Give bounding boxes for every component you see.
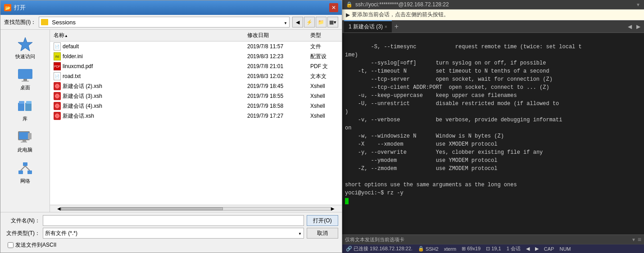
table-row[interactable]: INI folder.ini 2019/8/3 12:23 配置设 [50, 51, 342, 61]
column-header-date[interactable]: 修改日期 [245, 31, 308, 40]
address-dropdown-arrow-icon[interactable]: ▼ [636, 2, 640, 7]
file-name-text: linuxcmd.pdf [63, 63, 93, 69]
view-toggle-button[interactable]: ▦▾ [327, 17, 338, 28]
network-icon [17, 161, 33, 177]
send-dropdown-arrow-icon[interactable]: ▼ [631, 237, 636, 242]
sidebar-label-quick-access: 快速访问 [15, 53, 35, 60]
send-bar-text: 仅将文本发送到当前选项卡 [345, 236, 630, 243]
ascii-checkbox[interactable] [8, 242, 14, 248]
xsh-icon [54, 82, 61, 90]
file-date: 2019/7/9 17:27 [245, 112, 308, 120]
dialog-form: 文件名(N)： 打开(O) 文件类型(T)： 所有文件 (*.*) 取消 发送文… [0, 212, 342, 253]
close-button[interactable]: ✕ [329, 3, 338, 12]
svg-rect-1 [18, 69, 32, 79]
open-button[interactable]: 打开(O) [307, 215, 338, 226]
file-name-text: 新建会话.xsh [63, 112, 94, 120]
dropdown-arrow-icon [282, 19, 287, 26]
sidebar-item-desktop[interactable]: 桌面 [5, 64, 45, 94]
file-name: PDF linuxcmd.pdf [52, 62, 245, 71]
statusbar-terminal: xterm [444, 246, 457, 252]
star-icon [17, 36, 33, 52]
file-name: 新建会话 (4).xsh [52, 101, 245, 110]
table-row[interactable]: 新建会话 (2).xsh 2019/7/9 18:45 Xshell [50, 81, 342, 91]
terminal-output: -S, --timesync request remote time (twic… [345, 44, 582, 196]
terminal-content[interactable]: -S, --timesync request remote time (twic… [342, 33, 644, 235]
svg-rect-11 [21, 142, 27, 143]
table-row[interactable]: 新建会话.xsh 2019/7/9 17:27 Xshell [50, 111, 342, 121]
sidebar-item-library[interactable]: 库 [5, 96, 45, 125]
address-bar: 🔒 ssh://yoci:*********@192.168.72.128:22… [342, 0, 644, 9]
file-name-text: folder.ini [63, 53, 83, 60]
table-row[interactable]: PDF linuxcmd.pdf 2019/7/8 21:01 PDF 文 [50, 61, 342, 71]
table-row[interactable]: 新建会话 (3).xsh 2019/7/9 18:55 Xshell [50, 91, 342, 101]
statusbar-nav-right[interactable]: ▶ [535, 246, 539, 252]
svg-rect-14 [18, 170, 23, 174]
horizontal-scrollbar[interactable]: ◀ ▶ [50, 205, 342, 212]
tab-bar: 1 新建会话 (3) × + ◀ ▶ [342, 20, 644, 33]
cancel-button[interactable]: 取消 [307, 228, 338, 239]
column-header-name[interactable]: 名称 [52, 31, 245, 40]
cursor-text: 19,1 [491, 246, 501, 251]
file-type: Xshell [308, 102, 340, 110]
filename-input[interactable] [43, 215, 304, 226]
file-open-dialog: 📂 打开 ✕ 查找范围(I)： Sessions ◀ ⚡ 📁 ▦▾ [0, 0, 342, 253]
ini-icon: INI [54, 52, 61, 60]
scrollbar-track[interactable] [61, 207, 331, 211]
notice-icon: ▶ [346, 12, 350, 18]
svg-rect-6 [25, 103, 32, 111]
folder-icon [41, 19, 48, 25]
file-list-header: 名称 修改日期 类型 [50, 30, 342, 41]
tab-prev-button[interactable]: ◀ [626, 23, 634, 31]
table-row[interactable]: 新建会话 (4).xsh 2019/7/9 18:58 Xshell [50, 101, 342, 111]
statusbar-sessions: 1 会话 [507, 245, 521, 252]
file-date: 2019/7/9 18:45 [245, 83, 308, 90]
notice-text: 要添加当前会话，点击左侧的箭头按钮。 [352, 11, 449, 18]
sidebar-item-network[interactable]: 网络 [5, 158, 45, 187]
tab-close-icon[interactable]: × [385, 24, 387, 29]
table-row[interactable]: 📄 default 2019/7/8 11:57 文件 [50, 41, 342, 51]
title-left: 📂 打开 [4, 4, 26, 12]
statusbar-nav-left[interactable]: ◀ [526, 246, 530, 252]
sidebar-item-this-pc[interactable]: 此电脑 [5, 127, 45, 156]
xsh-icon [54, 92, 61, 100]
location-dropdown[interactable]: Sessions [39, 17, 290, 28]
tab-next-button[interactable]: ▶ [635, 23, 642, 31]
svg-rect-4 [18, 103, 24, 111]
tab-add-button[interactable]: + [392, 21, 401, 32]
file-list-area: 名称 修改日期 类型 📄 default 2019/7/8 11:57 文件 I… [50, 30, 342, 212]
scrollbar-thumb[interactable] [61, 207, 223, 210]
xsh-icon [54, 112, 61, 120]
column-header-type[interactable]: 类型 [308, 31, 340, 40]
lock-icon: 🔒 [346, 1, 353, 8]
sidebar-label-network: 网络 [20, 178, 30, 184]
svg-rect-12 [28, 133, 32, 139]
table-row[interactable]: 📄 road.txt 2019/8/3 12:02 文本文 [50, 71, 342, 81]
file-date: 2019/7/8 11:57 [245, 43, 308, 50]
filetype-select[interactable]: 所有文件 (*.*) [43, 228, 304, 239]
forward-button[interactable]: ⚡ [304, 17, 315, 28]
statusbar-connection: 🔗 已连接 192.168.72.128:22. [346, 245, 413, 252]
scroll-left-arrow[interactable]: ◀ [57, 206, 61, 211]
tab-active[interactable]: 1 新建会话 (3) × [344, 20, 392, 32]
file-name: 新建会话.xsh [52, 111, 245, 120]
svg-rect-5 [19, 101, 24, 104]
file-type: Xshell [308, 92, 340, 100]
svg-rect-9 [19, 132, 29, 139]
file-type: Xshell [308, 112, 340, 120]
sidebar-item-quick-access[interactable]: 快速访问 [5, 33, 45, 63]
filename-row: 文件名(N)： 打开(O) [4, 215, 338, 226]
file-type: 文件 [308, 42, 340, 51]
address-text: ssh://yoci:*********@192.168.72.128:22 [355, 1, 633, 8]
file-type: Xshell [308, 83, 340, 90]
back-button[interactable]: ◀ [292, 17, 303, 28]
svg-line-16 [21, 166, 25, 170]
up-button[interactable]: 📁 [316, 17, 327, 28]
file-date: 2019/7/8 21:01 [245, 63, 308, 70]
file-date: 2019/8/3 12:23 [245, 53, 308, 60]
file-name: 📄 default [52, 42, 245, 51]
send-menu-button[interactable]: ≡ [638, 236, 641, 243]
location-toolbar: 查找范围(I)： Sessions ◀ ⚡ 📁 ▦▾ [0, 15, 342, 30]
file-name: INI folder.ini [52, 52, 245, 61]
scroll-right-arrow[interactable]: ▶ [331, 206, 335, 211]
file-list-scroll[interactable]: 📄 default 2019/7/8 11:57 文件 INI folder.i… [50, 41, 342, 205]
